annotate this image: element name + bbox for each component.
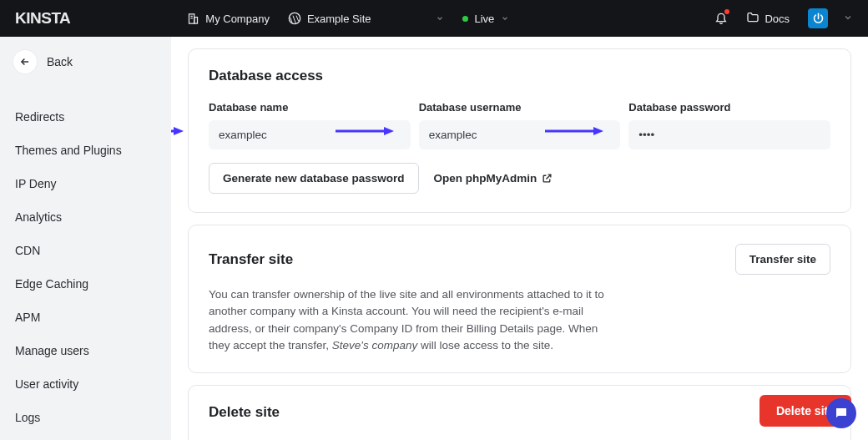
- site-switcher[interactable]: Example Site: [288, 12, 445, 25]
- docs-label: Docs: [765, 13, 790, 25]
- database-access-card: Database access Database name examplec D…: [188, 48, 851, 213]
- folder-icon: [746, 11, 760, 27]
- topbar: KINSTA My Company Example Site Live Docs: [0, 0, 868, 37]
- sidebar-item-logs[interactable]: Logs: [0, 401, 171, 434]
- status-dot-icon: [462, 16, 468, 22]
- db-username-value[interactable]: examplec: [419, 120, 621, 149]
- delete-site-card: Delete site: [188, 385, 851, 440]
- chat-widget[interactable]: [826, 398, 856, 428]
- db-name-value[interactable]: examplec: [209, 120, 411, 149]
- db-password-value[interactable]: ••••: [628, 120, 830, 149]
- sidebar-item-themes-plugins[interactable]: Themes and Plugins: [0, 134, 171, 167]
- annotation-arrow-icon: [171, 126, 184, 136]
- external-link-icon: [542, 173, 553, 184]
- sidebar-item-analytics[interactable]: Analytics: [0, 200, 171, 234]
- power-icon: [812, 13, 825, 25]
- transfer-site-button[interactable]: Transfer site: [735, 244, 830, 275]
- env-label: Live: [474, 13, 494, 25]
- sidebar-item-apm[interactable]: APM: [0, 301, 171, 334]
- sidebar-item-cdn[interactable]: CDN: [0, 234, 171, 267]
- chevron-down-icon: [501, 13, 509, 25]
- account-menu[interactable]: [843, 13, 853, 25]
- env-switcher[interactable]: Live: [462, 13, 509, 25]
- notification-dot-icon: [724, 9, 729, 14]
- sidebar: Back Redirects Themes and Plugins IP Den…: [0, 37, 171, 440]
- transfer-site-title: Transfer site: [209, 251, 293, 268]
- open-phpmyadmin-label: Open phpMyAdmin: [434, 172, 537, 185]
- building-icon: [187, 13, 199, 25]
- logo: KINSTA: [15, 9, 70, 28]
- open-phpmyadmin-link[interactable]: Open phpMyAdmin: [434, 172, 553, 185]
- generate-password-button[interactable]: Generate new database password: [209, 163, 419, 194]
- db-password-label: Database password: [628, 101, 830, 114]
- notifications-button[interactable]: [714, 11, 728, 27]
- docs-link[interactable]: Docs: [746, 11, 790, 27]
- wordpress-icon: [288, 12, 301, 25]
- delete-site-title: Delete site: [209, 404, 830, 421]
- sidebar-item-edge-caching[interactable]: Edge Caching: [0, 267, 171, 301]
- sidebar-item-user-activity[interactable]: User activity: [0, 367, 171, 401]
- chat-icon: [834, 406, 849, 421]
- sidebar-nav: Redirects Themes and Plugins IP Deny Ana…: [0, 94, 171, 434]
- back-button[interactable]: [13, 50, 37, 73]
- chevron-down-icon: [843, 13, 853, 23]
- user-avatar[interactable]: [808, 8, 828, 28]
- company-name: My Company: [205, 13, 270, 25]
- svg-rect-1: [194, 17, 198, 23]
- back-label: Back: [47, 55, 73, 68]
- site-name: Example Site: [307, 13, 371, 25]
- content: Database access Database name examplec D…: [171, 37, 868, 440]
- svg-marker-7: [174, 127, 184, 135]
- arrow-left-icon: [19, 56, 31, 68]
- sidebar-item-manage-users[interactable]: Manage users: [0, 334, 171, 367]
- db-name-label: Database name: [209, 101, 411, 114]
- database-access-title: Database access: [209, 68, 830, 84]
- transfer-description: You can transfer ownership of the live s…: [209, 286, 609, 354]
- company-switcher[interactable]: My Company: [187, 13, 270, 25]
- db-username-label: Database username: [419, 101, 621, 114]
- sidebar-item-redirects[interactable]: Redirects: [0, 94, 171, 134]
- sidebar-item-ip-deny[interactable]: IP Deny: [0, 167, 171, 200]
- chevron-down-icon: [436, 13, 444, 25]
- transfer-site-card: Transfer site Transfer site You can tran…: [188, 225, 851, 373]
